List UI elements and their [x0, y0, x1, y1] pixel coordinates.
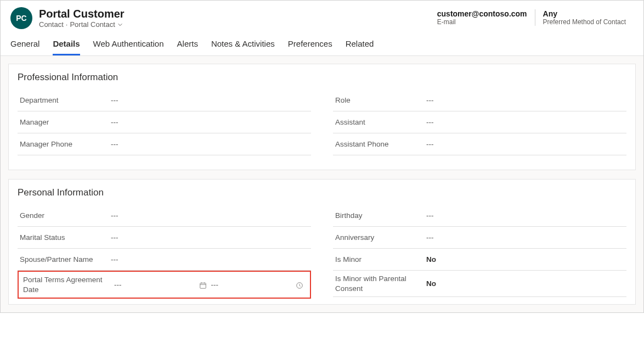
calendar-icon[interactable] — [199, 280, 207, 289]
field-is-minor-parental[interactable]: Is Minor with Parental Consent No — [333, 271, 626, 297]
field-manager[interactable]: Manager --- — [18, 111, 311, 133]
title-block: Portal Customer Contact · Portal Contact — [39, 8, 125, 29]
record-header: PC Portal Customer Contact · Portal Cont… — [1, 1, 643, 29]
time-part[interactable]: --- — [211, 280, 308, 289]
value-portal-terms-date-wrap: --- — [114, 280, 308, 289]
value-manager-phone[interactable]: --- — [111, 140, 311, 148]
value-marital-status[interactable]: --- — [111, 233, 311, 242]
header-email-value: customer@contoso.com — [437, 9, 527, 18]
header-email-block[interactable]: customer@contoso.com E-mail — [430, 9, 535, 26]
value-role[interactable]: --- — [426, 96, 626, 104]
personal-col-right: Birthday --- Anniversary --- Is Minor No… — [333, 205, 626, 299]
field-assistant-phone[interactable]: Assistant Phone --- — [333, 133, 626, 155]
professional-col-left: Department --- Manager --- Manager Phone… — [18, 89, 311, 155]
label-department: Department — [18, 96, 111, 105]
field-is-minor[interactable]: Is Minor No — [333, 249, 626, 271]
header-method-label: Preferred Method of Contact — [543, 18, 626, 26]
field-anniversary[interactable]: Anniversary --- — [333, 227, 626, 249]
professional-columns: Department --- Manager --- Manager Phone… — [18, 89, 626, 155]
value-manager[interactable]: --- — [111, 118, 311, 126]
header-left: PC Portal Customer Contact · Portal Cont… — [10, 7, 125, 29]
value-department[interactable]: --- — [111, 96, 311, 104]
field-department[interactable]: Department --- — [18, 89, 311, 111]
record-page: PC Portal Customer Contact · Portal Cont… — [0, 0, 644, 313]
field-portal-terms-date[interactable]: Portal Terms Agreement Date --- — [21, 272, 308, 298]
time-value[interactable]: --- — [211, 281, 219, 289]
record-title: Portal Customer — [39, 8, 125, 20]
field-manager-phone[interactable]: Manager Phone --- — [18, 133, 311, 155]
tab-related[interactable]: Related — [346, 39, 374, 55]
value-anniversary[interactable]: --- — [426, 233, 626, 242]
chevron-down-icon[interactable] — [117, 22, 123, 27]
date-value[interactable]: --- — [114, 281, 122, 289]
label-manager: Manager — [18, 117, 111, 127]
value-is-minor-parental[interactable]: No — [426, 279, 626, 288]
label-role: Role — [333, 96, 426, 105]
label-birthday: Birthday — [333, 211, 426, 221]
label-is-minor: Is Minor — [333, 255, 426, 265]
field-birthday[interactable]: Birthday --- — [333, 205, 626, 227]
separator-dot: · — [66, 20, 68, 29]
date-part[interactable]: --- — [114, 280, 211, 289]
highlight-portal-terms: Portal Terms Agreement Date --- — [18, 271, 311, 299]
section-title-personal: Personal Information — [18, 187, 626, 198]
field-spouse-partner[interactable]: Spouse/Partner Name --- — [18, 249, 311, 271]
section-personal: Personal Information Gender --- Marital … — [8, 179, 636, 305]
header-email-label: E-mail — [437, 18, 527, 26]
form-label: Portal Contact — [70, 20, 115, 29]
personal-columns: Gender --- Marital Status --- Spouse/Par… — [18, 205, 626, 299]
header-method-value: Any — [543, 9, 626, 18]
form-body: Professional Information Department --- … — [1, 56, 643, 312]
label-assistant: Assistant — [333, 117, 426, 127]
tab-notes-activities[interactable]: Notes & Activities — [211, 39, 275, 55]
field-role[interactable]: Role --- — [333, 89, 626, 111]
value-birthday[interactable]: --- — [426, 211, 626, 220]
field-gender[interactable]: Gender --- — [18, 205, 311, 227]
value-assistant-phone[interactable]: --- — [426, 140, 626, 148]
section-title-professional: Professional Information — [18, 72, 626, 83]
label-assistant-phone: Assistant Phone — [333, 139, 426, 149]
section-professional: Professional Information Department --- … — [8, 64, 636, 170]
field-marital-status[interactable]: Marital Status --- — [18, 227, 311, 249]
tab-web-authentication[interactable]: Web Authentication — [93, 39, 164, 55]
tab-general[interactable]: General — [10, 39, 39, 55]
label-spouse-partner: Spouse/Partner Name — [18, 255, 111, 265]
header-right: customer@contoso.com E-mail Any Preferre… — [430, 7, 634, 26]
label-gender: Gender — [18, 211, 111, 221]
entity-label: Contact — [39, 20, 64, 29]
tab-details[interactable]: Details — [53, 39, 80, 55]
value-gender[interactable]: --- — [111, 211, 311, 220]
label-manager-phone: Manager Phone — [18, 139, 111, 149]
header-method-block[interactable]: Any Preferred Method of Contact — [535, 9, 634, 26]
value-is-minor[interactable]: No — [426, 255, 626, 264]
tab-preferences[interactable]: Preferences — [288, 39, 332, 55]
field-assistant[interactable]: Assistant --- — [333, 111, 626, 133]
value-assistant[interactable]: --- — [426, 118, 626, 126]
value-spouse-partner[interactable]: --- — [111, 255, 311, 264]
tab-bar: General Details Web Authentication Alert… — [1, 29, 643, 56]
personal-col-left: Gender --- Marital Status --- Spouse/Par… — [18, 205, 311, 299]
record-subtitle[interactable]: Contact · Portal Contact — [39, 20, 125, 29]
clock-icon[interactable] — [296, 280, 303, 289]
professional-col-right: Role --- Assistant --- Assistant Phone -… — [333, 89, 626, 155]
label-is-minor-parental: Is Minor with Parental Consent — [333, 274, 426, 293]
tab-alerts[interactable]: Alerts — [177, 39, 198, 55]
svg-rect-0 — [200, 283, 206, 288]
label-portal-terms-date: Portal Terms Agreement Date — [21, 275, 114, 294]
label-marital-status: Marital Status — [18, 233, 111, 243]
avatar: PC — [10, 7, 32, 29]
label-anniversary: Anniversary — [333, 233, 426, 243]
